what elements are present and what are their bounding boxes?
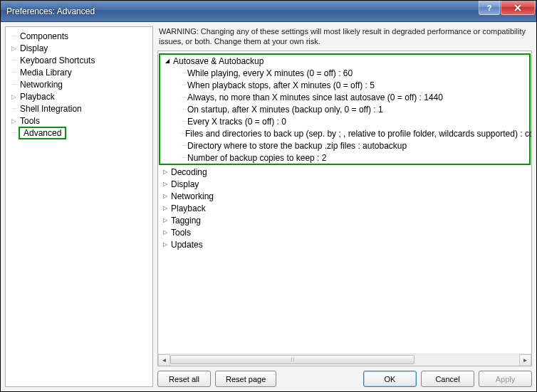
- settings-item-label: Always, no more than X minutes since las…: [187, 92, 443, 102]
- settings-tree: ◢Autosave & Autobackup⋯While playing, ev…: [158, 51, 531, 252]
- sidebar-item-label: Networking: [19, 80, 64, 90]
- reset-all-button[interactable]: Reset all: [157, 371, 211, 387]
- collapse-icon[interactable]: ◢: [163, 58, 172, 64]
- sidebar-item-shell-integration[interactable]: ⋯Shell Integration: [7, 102, 151, 115]
- settings-group-label: Playback: [171, 203, 206, 213]
- expander-icon[interactable]: ▷: [10, 93, 17, 100]
- settings-item-label: Files and directories to back up (sep. b…: [185, 129, 531, 139]
- main-panel: WARNING: Changing any of these settings …: [157, 26, 532, 387]
- expand-icon[interactable]: ▷: [161, 229, 170, 235]
- settings-item[interactable]: ⋯Files and directories to back up (sep. …: [160, 127, 529, 139]
- sidebar-item-tools[interactable]: ▷Tools: [7, 115, 151, 127]
- settings-group-updates[interactable]: ▷Updates: [158, 238, 531, 250]
- apply-button[interactable]: Apply: [479, 371, 532, 387]
- tree-leaf-icon: ⋯: [180, 155, 187, 161]
- content-area: ⋯Components▷Display⋯Keyboard Shortcuts⋯M…: [1, 22, 536, 391]
- settings-group-label: Updates: [171, 240, 203, 250]
- expand-icon[interactable]: ▷: [161, 241, 170, 248]
- sidebar-item-label: Display: [19, 43, 49, 53]
- sidebar-item-media-library[interactable]: ⋯Media Library: [7, 66, 151, 78]
- sidebar-item-label: Keyboard Shortcuts: [19, 55, 96, 65]
- sidebar-item-label: Playback: [19, 92, 56, 102]
- sidebar-item-components[interactable]: ⋯Components: [7, 30, 151, 42]
- tree-leaf-icon: ⋯: [180, 119, 187, 125]
- settings-group-playback[interactable]: ▷Playback: [158, 202, 531, 214]
- tree-leaf-icon: ⋯: [10, 105, 17, 112]
- tree-leaf-icon: ⋯: [10, 69, 17, 76]
- tree-leaf-icon: ⋯: [180, 107, 187, 112]
- highlighted-group-box: ◢Autosave & Autobackup⋯While playing, ev…: [159, 53, 531, 165]
- expand-icon[interactable]: ▷: [161, 169, 170, 175]
- sidebar-item-display[interactable]: ▷Display: [7, 42, 151, 54]
- settings-item[interactable]: ⋯Always, no more than X minutes since la…: [160, 91, 529, 103]
- titlebar: Preferences: Advanced ?: [1, 1, 536, 22]
- settings-item[interactable]: ⋯On startup, after X minutes (backup onl…: [160, 103, 529, 115]
- window-title: Preferences: Advanced: [6, 6, 95, 16]
- settings-item-label: While playing, every X minutes (0 = off)…: [187, 68, 353, 78]
- reset-page-button[interactable]: Reset page: [215, 371, 276, 387]
- cancel-button[interactable]: Cancel: [421, 371, 474, 387]
- sidebar-item-keyboard-shortcuts[interactable]: ⋯Keyboard Shortcuts: [7, 54, 151, 66]
- sidebar-item-label: Components: [19, 31, 70, 41]
- sidebar: ⋯Components▷Display⋯Keyboard Shortcuts⋯M…: [5, 26, 153, 387]
- sidebar-item-label: Tools: [19, 116, 41, 126]
- sidebar-item-networking[interactable]: ⋯Networking: [7, 78, 151, 90]
- settings-item[interactable]: ⋯While playing, every X minutes (0 = off…: [160, 67, 529, 79]
- settings-group-tools[interactable]: ▷Tools: [158, 226, 531, 238]
- horizontal-scrollbar[interactable]: ◄ ⁞⁞ ►: [158, 354, 531, 366]
- button-row: Reset all Reset page OK Cancel Apply: [157, 369, 532, 387]
- titlebar-buttons: ?: [478, 1, 535, 15]
- settings-group-label: Decoding: [171, 167, 207, 177]
- scroll-thumb[interactable]: ⁞⁞: [170, 355, 415, 364]
- sidebar-item-playback[interactable]: ▷Playback: [7, 90, 151, 102]
- settings-item-label: Directory where to store the backup .zip…: [187, 141, 407, 151]
- settings-group-autosave-autobackup[interactable]: ◢Autosave & Autobackup: [160, 55, 529, 67]
- settings-group-display[interactable]: ▷Display: [158, 178, 531, 190]
- expand-icon[interactable]: ▷: [161, 193, 170, 199]
- tree-leaf-icon: ⋯: [10, 57, 17, 64]
- warning-text: WARNING: Changing any of these settings …: [157, 26, 532, 48]
- sidebar-item-label: Media Library: [19, 68, 73, 78]
- settings-scroll-area: ◢Autosave & Autobackup⋯While playing, ev…: [158, 51, 531, 354]
- settings-group-tagging[interactable]: ▷Tagging: [158, 214, 531, 226]
- tree-leaf-icon: ⋯: [180, 95, 187, 100]
- settings-item[interactable]: ⋯Number of backup copies to keep : 2: [160, 152, 529, 164]
- tree-leaf-icon: ⋯: [10, 33, 17, 40]
- scroll-left-arrow[interactable]: ◄: [158, 354, 170, 366]
- settings-group-label: Tagging: [171, 216, 201, 226]
- close-icon: [514, 4, 521, 11]
- help-button[interactable]: ?: [479, 1, 500, 15]
- tree-leaf-icon: ⋯: [180, 83, 187, 88]
- tree-leaf-icon: ⋯: [10, 81, 17, 88]
- settings-item-label: When playback stops, after X minutes (0 …: [187, 80, 375, 90]
- sidebar-item-advanced[interactable]: ⋯Advanced: [7, 127, 151, 139]
- settings-item[interactable]: ⋯When playback stops, after X minutes (0…: [160, 79, 529, 91]
- settings-panel: ◢Autosave & Autobackup⋯While playing, ev…: [157, 51, 532, 366]
- settings-item[interactable]: ⋯Every X tracks (0 = off) : 0: [160, 115, 529, 127]
- expand-icon[interactable]: ▷: [161, 205, 170, 211]
- settings-item-label: Every X tracks (0 = off) : 0: [187, 117, 286, 127]
- settings-group-label: Tools: [171, 228, 191, 238]
- expand-icon[interactable]: ▷: [161, 181, 170, 187]
- settings-item-label: On startup, after X minutes (backup only…: [187, 105, 383, 115]
- tree-leaf-icon: ⋯: [180, 70, 187, 76]
- settings-group-decoding[interactable]: ▷Decoding: [158, 166, 531, 178]
- ok-button[interactable]: OK: [363, 371, 417, 387]
- sidebar-item-label: Shell Integration: [19, 104, 83, 114]
- settings-group-label: Networking: [171, 191, 214, 201]
- settings-group-label: Display: [171, 179, 199, 189]
- settings-item-label: Number of backup copies to keep : 2: [187, 153, 326, 163]
- tree-leaf-icon: ⋯: [180, 131, 185, 137]
- expand-icon[interactable]: ▷: [161, 217, 170, 223]
- settings-item[interactable]: ⋯Directory where to store the backup .zi…: [160, 139, 529, 152]
- settings-group-networking[interactable]: ▷Networking: [158, 190, 531, 202]
- sidebar-item-label: Advanced: [22, 128, 63, 138]
- scroll-track[interactable]: ⁞⁞: [170, 354, 519, 366]
- expander-icon[interactable]: ▷: [10, 45, 17, 52]
- close-button[interactable]: [501, 1, 535, 15]
- settings-group-label: Autosave & Autobackup: [173, 56, 264, 66]
- tree-leaf-icon: ⋯: [180, 143, 187, 149]
- tree-leaf-icon: ⋯: [10, 129, 17, 137]
- scroll-right-arrow[interactable]: ►: [519, 354, 531, 366]
- expander-icon[interactable]: ▷: [10, 117, 17, 125]
